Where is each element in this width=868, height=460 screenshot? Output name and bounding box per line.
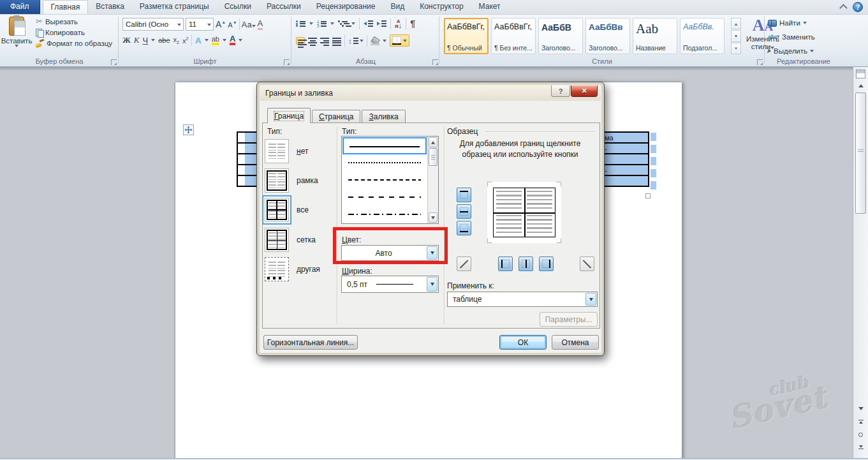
next-page-icon[interactable]	[855, 442, 866, 452]
line-style-dashed-large[interactable]	[342, 189, 427, 206]
styles-scroll-down-icon[interactable]: ▼	[731, 30, 741, 41]
cut-button[interactable]: ✂ Вырезать	[34, 17, 114, 26]
pilcrow-icon[interactable]: ¶	[410, 19, 415, 29]
inside-horizontal-border-button[interactable]	[457, 204, 471, 219]
copy-button[interactable]: Копировать	[34, 28, 114, 37]
styles-gallery-expand-icon[interactable]: ▾	[731, 43, 741, 54]
replace-button[interactable]: ab⇄ Заменить	[768, 33, 815, 41]
scrollbar-thumb[interactable]	[855, 93, 866, 214]
paste-button[interactable]: Вставить	[3, 17, 30, 56]
diagonal-down-border-button[interactable]	[580, 256, 594, 271]
left-border-button[interactable]	[498, 256, 513, 271]
help-icon[interactable]: ?	[853, 2, 863, 12]
browse-object-icon[interactable]	[855, 429, 866, 440]
font-color-icon[interactable]: А	[230, 35, 235, 45]
style-card-normal[interactable]: АаБбВвГг, ¶ Обычный	[444, 18, 489, 54]
table-row[interactable]: -	[604, 144, 648, 154]
ruler-toggle-icon[interactable]	[856, 70, 865, 78]
shrink-font-icon[interactable]: А▼	[228, 20, 237, 29]
document-table-right-fragment[interactable]: ма - -	[604, 131, 649, 187]
preset-none[interactable]: нет	[265, 139, 308, 163]
subscript-icon[interactable]: x2	[173, 36, 179, 45]
styles-scroll-up-icon[interactable]: ▲	[731, 18, 741, 29]
font-size-combo[interactable]: 11	[186, 18, 214, 31]
font-dialog-launcher-icon[interactable]	[284, 59, 290, 65]
underline-icon[interactable]: Ч	[143, 36, 149, 45]
table-row[interactable]	[238, 165, 257, 176]
horizontal-line-button[interactable]: Горизонтальная линия...	[263, 335, 358, 350]
line-style-solid[interactable]	[342, 137, 427, 154]
multilevel-list-icon[interactable]	[338, 20, 348, 27]
align-right-icon[interactable]	[320, 37, 329, 45]
chevron-down-icon[interactable]	[427, 246, 438, 260]
dialog-tab-shading[interactable]: Заливка	[362, 110, 405, 123]
style-card-title[interactable]: Аab Название	[633, 18, 677, 54]
clear-formatting-icon[interactable]: А	[258, 19, 263, 30]
right-border-button[interactable]	[539, 256, 554, 271]
line-style-dashed-small[interactable]	[342, 172, 427, 189]
font-name-combo[interactable]: Calibri (Осно	[122, 18, 184, 31]
preset-box[interactable]: рамка	[265, 168, 318, 193]
dialog-tab-border[interactable]: Граница	[267, 108, 311, 123]
scroll-up-icon[interactable]	[855, 81, 866, 91]
cancel-button[interactable]: Отмена	[552, 335, 599, 350]
table-resize-handle[interactable]	[645, 193, 651, 198]
table-row[interactable]: -	[604, 165, 648, 176]
line-spacing-icon[interactable]: ↕	[348, 37, 364, 45]
shading-icon[interactable]	[371, 37, 379, 45]
paragraph-dialog-launcher-icon[interactable]	[432, 59, 438, 65]
tab-table-layout[interactable]: Макет	[471, 0, 508, 14]
table-row[interactable]	[238, 176, 257, 187]
strikethrough-icon[interactable]: abe	[158, 36, 170, 44]
table-row[interactable]	[238, 154, 257, 165]
tab-insert[interactable]: Вставка	[88, 0, 132, 14]
diagonal-up-border-button[interactable]	[457, 256, 471, 271]
styles-dialog-launcher-icon[interactable]	[757, 59, 763, 65]
change-case-icon[interactable]: Аа	[242, 20, 256, 29]
dialog-help-icon[interactable]: ?	[551, 85, 570, 97]
style-card-subtitle[interactable]: АаБбВв. Подзагол...	[680, 18, 725, 54]
line-style-dash-dot[interactable]	[342, 206, 427, 223]
bullets-icon[interactable]	[296, 20, 305, 27]
numbering-icon[interactable]	[317, 20, 327, 27]
scroll-up-icon[interactable]	[429, 137, 438, 147]
decrease-indent-icon[interactable]	[364, 20, 373, 27]
table-row[interactable]	[604, 154, 648, 165]
sort-icon[interactable]: АЯ↓	[395, 19, 402, 29]
justify-icon[interactable]	[332, 37, 341, 45]
chevron-down-icon[interactable]	[585, 293, 596, 306]
table-row[interactable]	[238, 133, 257, 144]
document-table-left-fragment[interactable]	[237, 131, 257, 187]
top-border-button[interactable]	[457, 188, 471, 202]
width-combo[interactable]: 0,5 пт	[341, 276, 439, 293]
underline-options-icon[interactable]	[151, 39, 155, 41]
preset-grid[interactable]: сетка	[265, 228, 316, 252]
style-card-no-spacing[interactable]: АаБбВвГг, ¶ Без инте...	[491, 18, 536, 54]
borders-button[interactable]	[390, 34, 409, 47]
style-card-heading2[interactable]: АаБбВв Заголово...	[585, 18, 630, 54]
dialog-close-icon[interactable]: ✕	[571, 85, 598, 97]
bold-icon[interactable]: Ж	[122, 35, 131, 45]
tab-table-design[interactable]: Конструктор	[412, 0, 471, 14]
line-style-dotted[interactable]	[342, 154, 427, 172]
table-row[interactable]	[604, 176, 648, 187]
tab-view[interactable]: Вид	[383, 0, 412, 14]
align-left-icon[interactable]	[296, 37, 305, 45]
align-center-icon[interactable]	[308, 37, 317, 45]
italic-icon[interactable]: К	[134, 35, 140, 45]
style-card-heading1[interactable]: АаБбВ Заголово...	[538, 18, 583, 54]
clipboard-dialog-launcher-icon[interactable]	[111, 59, 117, 65]
format-painter-button[interactable]: Формат по образцу	[34, 39, 114, 48]
highlight-color-icon[interactable]: ab	[212, 36, 219, 45]
tab-review[interactable]: Рецензирование	[309, 0, 383, 14]
tab-references[interactable]: Ссылки	[217, 0, 259, 14]
tab-home[interactable]: Главная	[43, 0, 89, 14]
text-effects-icon[interactable]: А	[195, 36, 201, 45]
superscript-icon[interactable]: x2	[182, 36, 188, 45]
tab-file[interactable]: Файл	[0, 0, 40, 14]
select-button[interactable]: Выделить	[768, 47, 814, 55]
table-move-handle-icon[interactable]	[183, 124, 194, 135]
vertical-scrollbar[interactable]	[853, 67, 868, 460]
collapse-ribbon-icon[interactable]	[839, 4, 848, 10]
line-style-listbox[interactable]	[341, 136, 439, 224]
